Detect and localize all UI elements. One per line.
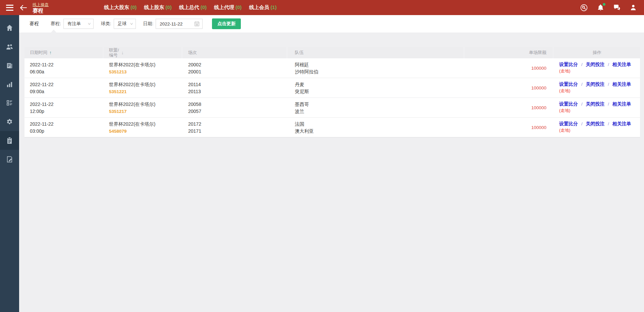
match-number-home: 20058 <box>188 101 286 108</box>
cell-match-numbers: 20114 20113 <box>183 78 286 98</box>
header-limit: 单场限额 <box>465 47 552 58</box>
sidebar-item-notes[interactable] <box>0 150 19 169</box>
date-field[interactable] <box>156 19 203 29</box>
nav-online-master-agent[interactable]: 线上总代(0) <box>179 4 207 11</box>
team-away: 澳大利亚 <box>295 128 463 135</box>
set-score-link[interactable]: 设置比分 <box>559 62 578 67</box>
user-icon[interactable] <box>630 4 637 11</box>
cell-limit: 100000 <box>465 118 552 137</box>
nav-online-shareholder[interactable]: 线上股东(0) <box>144 4 171 11</box>
match-date: 2022-11-22 <box>30 81 102 88</box>
sidebar-item-settings[interactable] <box>0 112 19 131</box>
set-score-link[interactable]: 设置比分 <box>559 81 578 87</box>
reports-icon <box>6 62 13 69</box>
live-tag: (走地) <box>559 68 640 74</box>
single-match-limit: 100000 <box>531 104 546 111</box>
match-number-home: 20114 <box>188 81 286 88</box>
sidebar <box>0 15 19 312</box>
sidebar-item-statistics[interactable] <box>0 75 19 93</box>
schedule-select[interactable]: 有注单 ˅ <box>63 19 94 29</box>
sidebar-item-forms[interactable] <box>0 93 19 112</box>
top-bar: 线上操盘 赛程 线上大股东(0) 线上股东(0) 线上总代(0) 线上代理(0)… <box>0 0 644 15</box>
cell-league: 世界杯2022(在卡塔尔) 5351213 <box>104 58 181 78</box>
cell-actions: 设置比分 / 关闭投注 / 相关注单 (走地) <box>554 78 640 98</box>
nav-online-major-shareholder[interactable]: 线上大股东(0) <box>104 4 137 11</box>
league-number: 5351213 <box>109 68 181 75</box>
breadcrumb[interactable]: 线上操盘 <box>33 3 49 7</box>
cell-actions: 设置比分 / 关闭投注 / 相关注单 (走地) <box>554 58 640 78</box>
users-icon <box>6 44 13 50</box>
notification-dot <box>603 3 605 6</box>
tab-schedule[interactable]: 赛程 <box>30 21 39 27</box>
home-icon <box>6 24 13 31</box>
live-tag: (走地) <box>559 88 640 94</box>
sidebar-item-home[interactable] <box>0 18 19 37</box>
link-separator: / <box>608 102 609 107</box>
count-badge: (0) <box>201 4 207 10</box>
date-filter-label: 日期: <box>143 21 154 27</box>
close-betting-link[interactable]: 关闭投注 <box>586 121 604 126</box>
cell-league: 世界杯2022(在卡塔尔) 5351221 <box>104 78 181 98</box>
team-away: 沙特阿拉伯 <box>295 68 463 75</box>
date-input[interactable] <box>160 21 193 26</box>
related-bets-link[interactable]: 相关注单 <box>612 62 631 67</box>
live-tag: (走地) <box>559 108 640 114</box>
link-separator: / <box>581 121 583 126</box>
page-title: 赛程 <box>33 8 49 14</box>
sport-select[interactable]: 足球 ˅ <box>114 19 136 29</box>
back-arrow-icon[interactable] <box>20 5 27 11</box>
single-match-limit: 100000 <box>531 65 546 72</box>
header-league[interactable]: 联盟/编号 ↓ <box>104 47 181 58</box>
header-actions: 操作 <box>554 47 640 58</box>
related-bets-link[interactable]: 相关注单 <box>612 101 631 107</box>
cell-teams: 法国 澳大利亚 <box>288 118 463 137</box>
match-number-away: 20171 <box>188 128 286 135</box>
sidebar-item-schedule[interactable] <box>0 131 19 150</box>
close-betting-link[interactable]: 关闭投注 <box>586 81 604 87</box>
menu-icon[interactable] <box>5 4 14 11</box>
gear-icon <box>6 118 13 125</box>
cell-actions: 设置比分 / 关闭投注 / 相关注单 (走地) <box>554 118 640 137</box>
related-bets-link[interactable]: 相关注单 <box>612 121 631 126</box>
sidebar-item-users[interactable] <box>0 37 19 56</box>
cell-teams: 丹麦 突尼斯 <box>288 78 463 98</box>
team-home: 法国 <box>295 121 463 128</box>
link-separator: / <box>608 121 609 126</box>
chevron-down-icon: ˅ <box>130 22 133 26</box>
table-row: 2022-11-22 06:00a 世界杯2022(在卡塔尔) 5351213 … <box>24 58 640 78</box>
close-betting-link[interactable]: 关闭投注 <box>586 62 604 67</box>
link-separator: / <box>581 62 583 67</box>
table-row: 2022-11-22 09:00a 世界杯2022(在卡塔尔) 5351221 … <box>24 78 640 98</box>
match-number-home: 20172 <box>188 121 286 128</box>
close-betting-link[interactable]: 关闭投注 <box>586 101 604 107</box>
table-row: 2022-11-22 03:00p 世界杯2022(在卡塔尔) 5458079 … <box>24 118 640 137</box>
calendar-icon[interactable] <box>194 21 200 26</box>
nav-online-agent[interactable]: 线上代理(0) <box>214 4 241 11</box>
league-number: 5351217 <box>109 108 181 115</box>
note-edit-icon <box>6 156 13 163</box>
sort-ascending-icon: ↑ <box>49 50 52 55</box>
sidebar-item-reports[interactable] <box>0 56 19 75</box>
count-badge: (0) <box>165 4 171 10</box>
related-bets-link[interactable]: 相关注单 <box>612 81 631 87</box>
link-separator: / <box>581 82 583 87</box>
match-date: 2022-11-22 <box>30 121 102 128</box>
cell-datetime: 2022-11-22 12:00p <box>24 98 102 117</box>
nav-online-member[interactable]: 线上会员(1) <box>249 4 276 11</box>
league-name: 世界杯2022(在卡塔尔) <box>109 101 181 108</box>
cell-match-numbers: 20172 20171 <box>183 118 286 137</box>
count-badge: (0) <box>130 4 137 10</box>
top-nav: 线上大股东(0) 线上股东(0) 线上总代(0) 线上代理(0) 线上会员(1) <box>104 4 277 11</box>
filter-bar: 赛程 赛程: 有注单 ˅ 球类: 足球 ˅ 日期: 点击更新 <box>19 15 644 33</box>
bell-icon[interactable] <box>597 4 604 11</box>
cell-league: 世界杯2022(在卡塔尔) 5351217 <box>104 98 181 117</box>
header-datetime[interactable]: 日期时间 ↑ <box>24 47 102 58</box>
set-score-link[interactable]: 设置比分 <box>559 101 578 107</box>
update-button[interactable]: 点击更新 <box>212 18 241 29</box>
chat-icon[interactable] <box>613 4 621 11</box>
search-icon[interactable] <box>580 4 588 12</box>
count-badge: (0) <box>235 4 241 10</box>
form-list-icon <box>6 100 13 106</box>
set-score-link[interactable]: 设置比分 <box>559 121 578 126</box>
match-number-away: 20057 <box>188 108 286 115</box>
